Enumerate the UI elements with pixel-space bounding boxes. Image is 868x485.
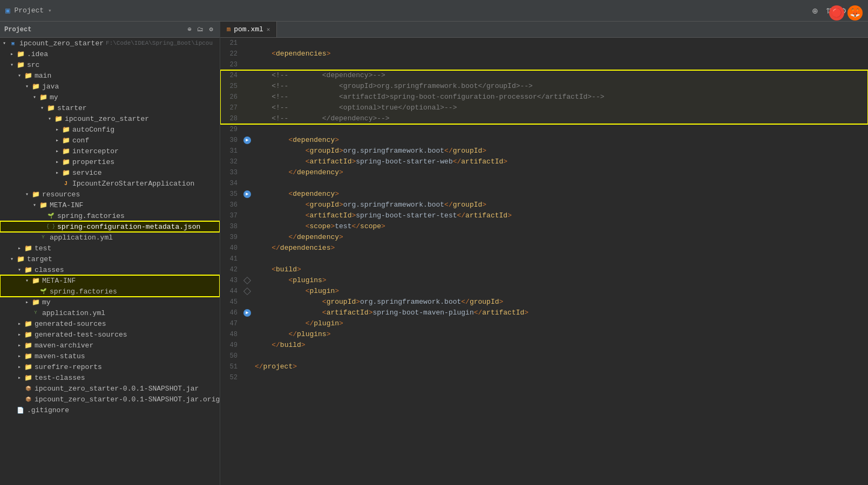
tree-item-spring.factories-target[interactable]: 🌱spring.factories [0, 286, 220, 297]
tree-item-properties[interactable]: ▸📁properties [0, 156, 220, 167]
tree-item-maven-status[interactable]: ▸📁maven-status [0, 351, 220, 361]
tree-item-test[interactable]: ▸📁test [0, 243, 220, 254]
tree-item-maven-archiver[interactable]: ▸📁maven-archiver [0, 340, 220, 351]
sidebar-icon-2[interactable]: 🗂 [196, 25, 205, 34]
tree-arrow[interactable]: ▸ [15, 341, 24, 350]
code-line-52: 52 [220, 372, 868, 383]
tree-label: conf [72, 136, 89, 145]
tree-item-conf[interactable]: ▸📁conf [0, 135, 220, 146]
tree-item-application.yml-target[interactable]: Yapplication.yml [0, 308, 220, 318]
code-line-35: 35▶ <dependency> [220, 189, 868, 200]
tree-item-classes[interactable]: ▾📁classes [0, 264, 220, 275]
tree-item-resources[interactable]: ▾📁resources [0, 189, 220, 200]
tree-arrow[interactable]: ▸ [53, 147, 62, 155]
tree-arrow[interactable]: ▸ [15, 244, 24, 252]
tab-pom-xml[interactable]: m pom.xml ✕ [220, 22, 277, 37]
tree-arrow[interactable]: ▾ [23, 276, 31, 285]
run-gutter-icon[interactable]: ▶ [242, 190, 253, 198]
line-content: <groupId>org.springframework.boot</group… [253, 200, 868, 210]
tree-item-main[interactable]: ▾📁main [0, 70, 220, 81]
tree-arrow[interactable]: ▾ [45, 114, 54, 123]
tree-item-ipcount_zero_starter_pkg[interactable]: ▾📁ipcount_zero_starter [0, 113, 220, 124]
tree-item-application.yml[interactable]: Yapplication.yml [0, 232, 220, 243]
tree-item-jar2[interactable]: 📦ipcount_zero_starter-0.0.1-SNAPSHOT.jar… [0, 394, 220, 405]
tree-item-spring.factories[interactable]: 🌱spring.factories [0, 210, 220, 221]
sidebar-icon-1[interactable]: ⊕ [185, 25, 194, 34]
tree-arrow[interactable]: ▾ [30, 93, 39, 101]
firefox-icon[interactable]: 🦊 [847, 5, 863, 21]
tree-item-META-INF-target[interactable]: ▾📁META-INF [0, 275, 220, 286]
add-button[interactable]: ⊕ [810, 5, 820, 16]
tree-arrow[interactable]: ▾ [8, 60, 16, 69]
run-gutter-icon[interactable]: ▶ [242, 309, 253, 317]
line-number: 51 [220, 361, 242, 372]
tree-arrow[interactable]: ▾ [38, 104, 46, 112]
tree-item-test-classes[interactable]: ▸📁test-classes [0, 372, 220, 383]
line-content: <!-- <groupId>org.springframework.boot</… [253, 81, 868, 92]
tree-arrow[interactable]: ▸ [53, 136, 62, 145]
tree-item-autoConfig[interactable]: ▸📁autoConfig [0, 124, 220, 135]
tree-item-surefire-reports[interactable]: ▸📁surefire-reports [0, 361, 220, 372]
tree-item-src[interactable]: ▾📁src [0, 59, 220, 70]
tree-arrow[interactable]: ▾ [15, 265, 24, 274]
tree-item-META-INF[interactable]: ▾📁META-INF [0, 200, 220, 210]
line-content: </plugin> [253, 318, 868, 329]
tree-arrow[interactable]: ▸ [15, 373, 24, 382]
tree-arrow[interactable]: ▸ [53, 168, 62, 177]
sidebar-icon-3[interactable]: ⚙ [207, 25, 215, 34]
line-content: <!-- </dependency>--> [253, 113, 868, 124]
tree-label: generated-test-sources [35, 331, 127, 339]
tree-item-root[interactable]: ▾▣ipcount_zero_starterF:\Code\IDEA\Sprin… [0, 38, 220, 49]
tree-item-gitignore[interactable]: 📄.gitignore [0, 405, 220, 415]
line-number: 37 [220, 210, 242, 221]
tree-item-generated-test-sources[interactable]: ▸📁generated-test-sources [0, 329, 220, 340]
line-number: 31 [220, 146, 242, 156]
tree-arrow[interactable]: ▸ [53, 125, 62, 134]
tree-arrow[interactable]: ▾ [15, 71, 24, 80]
tree-item-IpcountZeroStarterApplication[interactable]: JIpcountZeroStarterApplication [0, 178, 220, 189]
tree-arrow[interactable]: ▸ [53, 158, 62, 166]
line-number: 49 [220, 340, 242, 351]
tree-arrow-placeholder [15, 384, 24, 393]
tree-item-spring-configuration-metadata.json[interactable]: { }spring-configuration-metadata.json [0, 221, 220, 232]
tree-arrow[interactable]: ▾ [30, 201, 39, 209]
tree-item-jar1[interactable]: 📦ipcount_zero_starter-0.0.1-SNAPSHOT.jar [0, 383, 220, 394]
chrome-icon[interactable]: 🔴 [829, 5, 844, 21]
root-path: F:\Code\IDEA\Spring_Boot\ipcou [106, 40, 213, 46]
tab-close-button[interactable]: ✕ [267, 26, 270, 33]
code-line-43: 43 <plugins> [220, 275, 868, 286]
tree-item-service[interactable]: ▸📁service [0, 167, 220, 178]
tree-arrow[interactable]: ▸ [23, 298, 31, 306]
tree-arrow[interactable]: ▾ [0, 39, 9, 47]
tree-arrow[interactable]: ▸ [8, 50, 16, 58]
tree-arrow[interactable]: ▸ [15, 363, 24, 371]
tree-arrow[interactable]: ▾ [8, 255, 16, 263]
tree-arrow[interactable]: ▸ [15, 330, 24, 339]
code-editor[interactable]: 2122 <dependencies>2324 <!-- <dependency… [220, 38, 868, 485]
tree-item-target[interactable]: ▾📁target [0, 254, 220, 264]
tree-item-idea[interactable]: ▸📁.idea [0, 49, 220, 59]
tree-arrow[interactable]: ▸ [15, 319, 24, 328]
tree-item-generated-sources[interactable]: ▸📁generated-sources [0, 318, 220, 329]
code-line-41: 41 [220, 254, 868, 264]
tree-arrow[interactable]: ▾ [23, 190, 31, 199]
line-number: 36 [220, 200, 242, 210]
line-number: 39 [220, 232, 242, 243]
tab-bar: m pom.xml ✕ [220, 22, 868, 38]
run-gutter-icon[interactable]: ▶ [242, 136, 253, 144]
tree-arrow[interactable]: ▸ [15, 352, 24, 360]
line-number: 24 [220, 70, 242, 81]
code-line-45: 45 <groupId>org.springframework.boot</gr… [220, 297, 868, 308]
code-line-36: 36 <groupId>org.springframework.boot</gr… [220, 200, 868, 210]
tree-label: resources [42, 190, 80, 199]
tree-item-java[interactable]: ▾📁java [0, 81, 220, 92]
tree-item-interceptor[interactable]: ▸📁interceptor [0, 146, 220, 156]
tree-arrow[interactable]: ▾ [23, 82, 31, 91]
code-lines: 2122 <dependencies>2324 <!-- <dependency… [220, 38, 868, 383]
tree-item-my[interactable]: ▾📁my [0, 92, 220, 103]
tree-item-my-target[interactable]: ▸📁my [0, 297, 220, 308]
line-content: <!-- <artifactId>spring-boot-configurati… [253, 92, 868, 103]
tree-label: .idea [27, 50, 48, 58]
tree-item-starter[interactable]: ▾📁starter [0, 103, 220, 113]
title-bar-dropdown-icon[interactable]: ▾ [48, 7, 52, 14]
